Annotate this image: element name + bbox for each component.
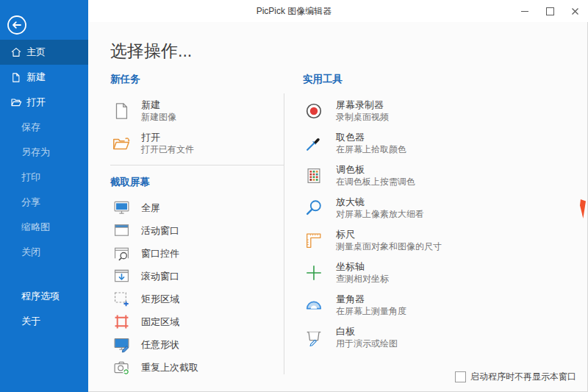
capture-label: 全屏 [141,202,160,215]
tool-protractor[interactable]: 量角器在屏幕上测量角度 [303,291,531,320]
capture-fullscreen[interactable]: 全屏 [110,196,284,219]
sidebar-item-close[interactable]: 关闭 [0,240,88,265]
capture-repeat-last[interactable]: 重复上次截取 [110,356,284,379]
color-picker-icon [303,132,325,154]
capture-fixed-region[interactable]: 固定区域 [110,310,284,333]
scrolling-window-icon [110,266,132,288]
action-desc: 打开已有文件 [141,145,194,155]
window-controls [512,1,587,22]
new-file-icon [10,71,22,84]
tool-desc: 对屏幕上像素放大细看 [336,210,424,220]
minimize-icon [521,11,528,12]
page-title: 选择操作... [110,40,192,63]
capture-label: 重复上次截取 [141,361,198,374]
capture-scrolling-window[interactable]: 滚动窗口 [110,265,284,288]
sidebar-nav: 主页 新建 打开 保存 另存为 打印 分享 缩略图 关闭 程序选项 关于 [0,40,88,334]
tool-title: 标尺 [336,229,442,240]
sidebar-item-label: 保存 [21,121,40,134]
tool-title: 调色板 [336,165,415,176]
picpick-window: PicPick 图像编辑器 主页 新 [0,0,588,392]
capture-window-control[interactable]: 窗口控件 [110,242,284,265]
left-column: 新任务 新建新建图像 打开打开已有文件 截取屏幕 全屏 活动窗口 [110,73,284,379]
maximize-button[interactable] [537,1,562,22]
minimize-button[interactable] [512,1,537,22]
sidebar-item-label: 新建 [26,71,46,84]
capture-freehand-shape[interactable]: 任意形状 [110,333,284,356]
tool-title: 量角器 [336,294,406,305]
startup-checkbox-label[interactable]: 启动程序时不再显示本窗口 [470,371,576,383]
open-folder-icon [110,132,132,154]
tool-desc: 在调色板上按需调色 [336,177,415,188]
sidebar-item-new[interactable]: 新建 [0,65,88,90]
rectangle-region-icon [110,288,132,310]
tool-desc: 查测相对坐标 [336,274,389,285]
capture-active-window[interactable]: 活动窗口 [110,219,284,242]
maximize-icon [546,7,554,15]
whiteboard-icon [303,327,325,349]
capture-label: 活动窗口 [141,224,179,238]
startup-option: 启动程序时不再显示本窗口 [455,371,576,383]
tool-ruler[interactable]: 标尺测量桌面对象和图像的尺寸 [303,226,531,255]
window-control-icon [110,243,132,265]
tool-screen-recorder[interactable]: 屏幕录制器录制桌面视频 [303,96,531,126]
close-icon [571,7,579,15]
capture-label: 窗口控件 [141,247,179,260]
tool-magnifier[interactable]: 放大镜对屏幕上像素放大细看 [303,193,531,223]
fullscreen-icon [110,197,132,219]
screen-recorder-icon [303,100,325,122]
sidebar-item-save-as[interactable]: 另存为 [0,140,88,165]
tool-desc: 测量桌面对象和图像的尺寸 [336,242,442,252]
home-icon [10,46,22,59]
capture-label: 任意形状 [141,338,179,352]
active-window-icon [110,220,132,242]
sidebar-item-thumbnail[interactable]: 缩略图 [0,215,88,240]
capture-rectangle-region[interactable]: 矩形区域 [110,288,284,310]
tool-whiteboard[interactable]: 白板用于演示或绘图 [303,323,531,352]
capture-label: 矩形区域 [141,293,179,306]
sidebar-item-label: 程序选项 [21,290,60,303]
column-divider [284,93,284,374]
tool-title: 白板 [336,327,398,338]
action-title: 新建 [141,100,176,111]
back-arrow-circle-icon [6,14,28,36]
action-desc: 新建图像 [141,113,176,123]
sidebar-item-home[interactable]: 主页 [0,40,88,65]
action-open-file[interactable]: 打开打开已有文件 [110,129,284,158]
protractor-icon [303,294,325,316]
tool-color-picker[interactable]: 取色器在屏幕上拾取颜色 [303,129,531,158]
tool-crosshair[interactable]: 坐标轴查测相对坐标 [303,258,531,288]
sidebar-item-label: 分享 [21,196,40,209]
right-column: 实用工具 屏幕录制器录制桌面视频 取色器在屏幕上拾取颜色 [303,73,531,355]
capture-label: 固定区域 [141,316,179,329]
tool-desc: 用于演示或绘图 [336,339,398,349]
section-header-tools: 实用工具 [303,73,531,86]
close-button[interactable] [562,1,587,22]
tool-desc: 在屏幕上测量角度 [336,307,406,317]
sidebar-item-about[interactable]: 关于 [0,309,88,334]
tool-color-palette[interactable]: 调色板在调色板上按需调色 [303,161,531,190]
startup-checkbox[interactable] [455,371,466,382]
open-file-icon [10,96,22,109]
back-button[interactable] [6,14,28,36]
sidebar-item-options[interactable]: 程序选项 [0,284,88,309]
fixed-region-icon [110,311,132,333]
new-image-icon [110,100,132,122]
sidebar-item-share[interactable]: 分享 [0,190,88,215]
ruler-icon [303,229,325,252]
tool-desc: 录制桌面视频 [336,113,389,123]
sidebar-item-label: 缩略图 [21,221,50,234]
section-divider [110,165,284,165]
sidebar: 主页 新建 打开 保存 另存为 打印 分享 缩略图 关闭 程序选项 关于 [0,0,88,392]
sidebar-item-save[interactable]: 保存 [0,115,88,140]
sidebar-item-print[interactable]: 打印 [0,165,88,190]
sidebar-item-label: 主页 [26,46,46,59]
action-new-image[interactable]: 新建新建图像 [110,96,284,126]
section-header-new-tasks: 新任务 [110,73,284,86]
color-palette-icon [303,165,325,187]
action-title: 打开 [141,132,194,143]
sidebar-item-label: 打开 [26,96,46,109]
magnifier-icon [303,197,325,219]
sidebar-item-label: 另存为 [21,146,50,159]
tool-title: 屏幕录制器 [336,100,389,111]
sidebar-item-open[interactable]: 打开 [0,90,88,115]
